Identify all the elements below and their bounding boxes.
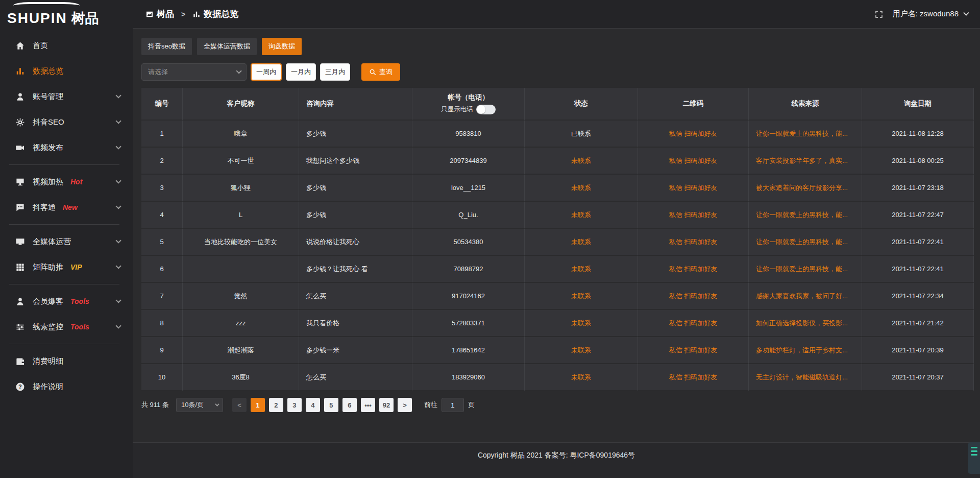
chevron-down-icon bbox=[115, 203, 121, 209]
qr-links[interactable]: 私信 扫码加好友 bbox=[638, 283, 749, 310]
monitor-icon bbox=[15, 237, 25, 247]
status-cell: 未联系 bbox=[525, 202, 638, 229]
sidebar-item-video-heat[interactable]: 视频加热 Hot bbox=[0, 169, 133, 195]
qr-links[interactable]: 私信 扫码加好友 bbox=[638, 229, 749, 256]
tab[interactable]: 询盘数据 bbox=[262, 38, 302, 55]
page-button[interactable]: ••• bbox=[361, 398, 375, 412]
table-header-row: 编号 客户昵称 咨询内容 帐号（电话） 只显示电话 状态 二维码 线索来源 询盘… bbox=[141, 88, 974, 121]
page-button[interactable]: 4 bbox=[306, 398, 320, 412]
sidebar-item-badge: Tools bbox=[70, 297, 89, 305]
account-select[interactable]: 请选择 bbox=[141, 63, 247, 81]
search-button[interactable]: 查询 bbox=[361, 63, 400, 81]
page-button[interactable]: 2 bbox=[269, 398, 283, 412]
chevron-down-icon bbox=[115, 92, 121, 98]
chevron-down-icon bbox=[115, 323, 121, 328]
page-button[interactable]: 6 bbox=[342, 398, 357, 412]
range-button[interactable]: 一周内 bbox=[251, 63, 282, 81]
breadcrumb-app-icon bbox=[145, 10, 154, 18]
qr-links[interactable]: 私信 扫码加好友 bbox=[638, 364, 749, 391]
content-cell: 多少钱 bbox=[299, 202, 412, 229]
sidebar-item-help[interactable]: ? 操作说明 bbox=[0, 374, 133, 399]
page-button[interactable]: 1 bbox=[251, 398, 265, 412]
sidebar-item-account[interactable]: 账号管理 bbox=[0, 84, 133, 109]
tab[interactable]: 全媒体运营数据 bbox=[197, 38, 257, 55]
sidebar-item-home[interactable]: 首页 bbox=[0, 33, 133, 58]
range-button[interactable]: 三月内 bbox=[320, 63, 350, 81]
sidebar-item-label: 操作说明 bbox=[33, 382, 63, 392]
fullscreen-icon[interactable] bbox=[874, 10, 884, 19]
source-link[interactable]: 如何正确选择投影仪，买投影... bbox=[749, 310, 862, 337]
floating-service-widget[interactable] bbox=[968, 442, 980, 474]
page-size-select[interactable]: 10条/页 bbox=[176, 398, 223, 412]
col-header-date: 询盘日期 bbox=[862, 88, 974, 121]
source-link[interactable]: 多功能护栏灯，适用于乡村文... bbox=[749, 337, 862, 364]
page-button[interactable]: 3 bbox=[287, 398, 302, 412]
sidebar-item-clue-monitor[interactable]: 线索监控 Tools bbox=[0, 314, 133, 340]
status-cell: 未联系 bbox=[525, 337, 638, 364]
sidebar-group: 消费明细 ? 操作说明 bbox=[0, 344, 133, 399]
qr-links[interactable]: 私信 扫码加好友 bbox=[638, 202, 749, 229]
tab[interactable]: 抖音seo数据 bbox=[141, 38, 192, 55]
content-cell: 多少钱 bbox=[299, 175, 412, 202]
sidebar-item-member-baoke[interactable]: 会员爆客 Tools bbox=[0, 289, 133, 314]
qr-links[interactable]: 私信 扫码加好友 bbox=[638, 175, 749, 202]
sidebar-item-media-ops[interactable]: 全媒体运营 bbox=[0, 229, 133, 254]
content-cell: 我只看价格 bbox=[299, 310, 412, 337]
question-icon: ? bbox=[15, 382, 25, 392]
qr-links[interactable]: 私信 扫码加好友 bbox=[638, 337, 749, 364]
col-header-id: 编号 bbox=[141, 88, 183, 121]
sidebar-item-matrix-boost[interactable]: 矩阵助推 VIP bbox=[0, 254, 133, 280]
page-button[interactable]: 92 bbox=[379, 398, 394, 412]
select-placeholder: 请选择 bbox=[148, 67, 168, 77]
sidebar-item-label: 数据总览 bbox=[33, 66, 63, 76]
search-button-label: 查询 bbox=[379, 67, 393, 77]
phone-only-toggle[interactable] bbox=[476, 105, 496, 114]
source-link[interactable]: 被大家追着问的客厅投影分享... bbox=[749, 175, 862, 202]
page-button[interactable]: 5 bbox=[324, 398, 338, 412]
qr-links[interactable]: 私信 扫码加好友 bbox=[638, 121, 749, 148]
sidebar-group: 首页 数据总览 账号管理 bbox=[0, 33, 133, 160]
breadcrumb-page[interactable]: 数据总览 bbox=[204, 8, 238, 20]
source-link[interactable]: 让你一眼就爱上的黑科技，能... bbox=[749, 121, 862, 148]
sidebar-item-badge: VIP bbox=[70, 263, 82, 271]
breadcrumb: 树品 > 数据总览 bbox=[145, 8, 238, 20]
qr-links[interactable]: 私信 扫码加好友 bbox=[638, 148, 749, 175]
sidebar-item-consumption[interactable]: 消费明细 bbox=[0, 348, 133, 374]
sidebar-item-label: 视频加热 bbox=[33, 177, 63, 187]
range-button[interactable]: 一月内 bbox=[286, 63, 316, 81]
next-page-button[interactable]: > bbox=[398, 398, 412, 412]
row-id-cell: 7 bbox=[141, 283, 183, 310]
breadcrumb-app[interactable]: 树品 bbox=[157, 8, 174, 20]
sidebar-item-data-overview[interactable]: 数据总览 bbox=[0, 58, 133, 84]
username-label: 用户名: zswodun88 bbox=[893, 9, 959, 19]
date-cell: 2021-11-07 22:34 bbox=[862, 283, 974, 310]
qr-links[interactable]: 私信 扫码加好友 bbox=[638, 310, 749, 337]
qr-links[interactable]: 私信 扫码加好友 bbox=[638, 256, 749, 283]
sidebar-item-douyin-seo[interactable]: 抖音SEO bbox=[0, 109, 133, 135]
account-cell: 9583810 bbox=[412, 121, 525, 148]
wallet-icon bbox=[15, 356, 25, 366]
chevron-down-icon bbox=[963, 10, 969, 15]
sidebar-item-doukotong[interactable]: 抖客通 New bbox=[0, 195, 133, 220]
filter-bar: 请选择 一周内 一月内 三月内 查询 bbox=[141, 63, 974, 81]
user-menu[interactable]: 用户名: zswodun88 bbox=[893, 9, 967, 19]
source-link[interactable]: 让你一眼就爱上的黑科技，能... bbox=[749, 202, 862, 229]
sidebar-item-label: 抖音SEO bbox=[33, 117, 64, 127]
footer: Copyright 树品 2021 备案号: 粤ICP备09019646号 bbox=[133, 442, 980, 478]
sidebar-item-label: 会员爆客 bbox=[33, 297, 63, 306]
date-cell: 2021-11-07 23:18 bbox=[862, 175, 974, 202]
row-id-cell: 8 bbox=[141, 310, 183, 337]
account-cell: 183929060 bbox=[412, 364, 525, 391]
sidebar-item-video-publish[interactable]: 视频发布 bbox=[0, 135, 133, 160]
source-link[interactable]: 无主灯设计，智能磁吸轨道灯... bbox=[749, 364, 862, 391]
source-link[interactable]: 让你一眼就爱上的黑科技，能... bbox=[749, 256, 862, 283]
prev-page-button[interactable]: < bbox=[232, 398, 247, 412]
goto-page-input[interactable] bbox=[442, 398, 464, 412]
nickname-cell: 潮起潮落 bbox=[183, 337, 299, 364]
source-link[interactable]: 感谢大家喜欢我家，被问了好... bbox=[749, 283, 862, 310]
source-link[interactable]: 让你一眼就爱上的黑科技，能... bbox=[749, 229, 862, 256]
chevron-down-icon bbox=[115, 237, 121, 243]
account-cell: Q_Liu. bbox=[412, 202, 525, 229]
source-link[interactable]: 客厅安装投影半年多了，真实... bbox=[749, 148, 862, 175]
sidebar-item-label: 矩阵助推 bbox=[33, 262, 63, 272]
